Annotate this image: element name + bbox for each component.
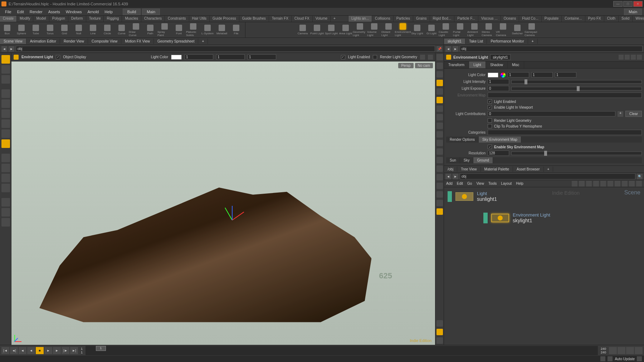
viewport[interactable]: Persp No cam 625 Indie Edition xyxy=(11,61,435,345)
color-picker-icon[interactable] xyxy=(501,73,506,78)
net-toolbar-icon[interactable] xyxy=(600,181,606,187)
resolution-field[interactable] xyxy=(488,150,509,156)
minimize-button[interactable]: — xyxy=(613,1,623,7)
tool-portallight[interactable]: Portal Light xyxy=(453,22,467,38)
network-tab-add[interactable]: + xyxy=(544,167,553,172)
tab-renderview[interactable]: Render View xyxy=(60,39,88,44)
net-nav-back[interactable]: ◄ xyxy=(445,174,451,179)
shelf-tab[interactable]: Rigid Bod... xyxy=(430,16,455,22)
tool-icon[interactable] xyxy=(1,154,10,162)
add-contrib-button[interactable]: + xyxy=(618,111,623,117)
tab-perfmon[interactable]: Performance Monitor xyxy=(487,39,528,44)
display-opt-icon[interactable] xyxy=(436,105,443,112)
tool-line[interactable]: Line xyxy=(86,22,100,38)
intensity-slider[interactable] xyxy=(511,80,642,84)
tool-curve[interactable]: Curve xyxy=(114,22,129,38)
menu-render[interactable]: Render xyxy=(27,10,45,14)
gear-icon[interactable] xyxy=(420,55,425,60)
network-tab-tree[interactable]: Tree View xyxy=(457,167,480,172)
display-opt-icon[interactable] xyxy=(436,140,443,146)
net-menu-view[interactable]: View xyxy=(476,182,484,185)
skytab-ground[interactable]: Ground xyxy=(473,157,493,163)
net-menu-add[interactable]: Add xyxy=(446,182,453,185)
param-color-swatch[interactable] xyxy=(488,73,498,78)
shelf-tab[interactable]: Model xyxy=(33,16,49,22)
network-tab-obj[interactable]: /obj xyxy=(444,167,457,172)
status-icon[interactable] xyxy=(608,356,613,361)
contrib-field[interactable] xyxy=(488,111,615,116)
resolution-slider[interactable] xyxy=(511,152,642,155)
net-toolbar-icon[interactable] xyxy=(636,181,642,187)
shelf-tab[interactable]: Solid xyxy=(619,16,633,22)
menu-edit[interactable]: Edit xyxy=(14,10,27,14)
tool-causticlight[interactable]: Caustic Light xyxy=(439,22,453,38)
display-opt-icon[interactable] xyxy=(436,114,443,120)
tool-icon[interactable] xyxy=(1,164,10,172)
subtab-render-options[interactable]: Render Options xyxy=(446,137,479,143)
shelf-tab[interactable]: Volume xyxy=(313,16,331,22)
search-icon[interactable] xyxy=(625,55,630,60)
tool-icon[interactable] xyxy=(1,174,10,182)
network-tab-assetbrowser[interactable]: Asset Browser xyxy=(513,167,543,172)
menu-arnold[interactable]: Arnold xyxy=(84,10,102,14)
skytab-sun[interactable]: Sun xyxy=(446,157,460,163)
transform-gizmo[interactable] xyxy=(232,220,232,220)
shelf-tab[interactable]: Collisions xyxy=(372,16,394,22)
net-toolbar-icon[interactable] xyxy=(629,181,635,187)
light-enabled-check[interactable]: ✓ xyxy=(488,99,492,104)
snap-icon[interactable] xyxy=(1,184,10,192)
display-opt-icon[interactable] xyxy=(436,165,443,172)
shelf-tab[interactable]: Guide Process xyxy=(210,16,239,22)
tool-platonic[interactable]: Platonic Solids xyxy=(186,22,200,38)
tool-icon[interactable] xyxy=(1,75,10,84)
param-r[interactable] xyxy=(508,72,529,78)
tool-circle[interactable]: Circle xyxy=(100,22,114,38)
node-skylight1[interactable]: Environment Light skylight1 xyxy=(483,212,550,223)
tool-metaball[interactable]: Metaball xyxy=(215,22,229,38)
tool-spotlight[interactable]: Spot Light xyxy=(324,22,338,38)
shelf-tab[interactable]: Cloud FX xyxy=(292,16,313,22)
node-sunlight1[interactable]: Light sunlight1 xyxy=(448,191,497,202)
shelf-tab[interactable]: Deform xyxy=(68,16,86,22)
display-opt-icon[interactable] xyxy=(436,157,443,163)
network-path[interactable] xyxy=(460,173,635,179)
select-tool-icon[interactable] xyxy=(1,55,10,64)
tool-camera[interactable]: Camera xyxy=(296,22,310,38)
tool-icon[interactable] xyxy=(1,129,10,138)
shelf-tab[interactable]: Fluid Co... xyxy=(519,16,542,22)
loop-icon[interactable] xyxy=(618,347,625,354)
help-icon[interactable] xyxy=(428,55,433,60)
realtime-icon[interactable] xyxy=(609,347,617,354)
shelf-tab[interactable]: Wires xyxy=(633,16,644,22)
tab-skylight1[interactable]: skylight1 xyxy=(444,39,465,44)
tab-animeditor[interactable]: Animation Editor xyxy=(26,39,60,44)
envmap-field[interactable] xyxy=(488,93,642,98)
timeline-cursor[interactable]: 1 xyxy=(96,346,106,351)
display-opt-icon[interactable] xyxy=(436,200,443,206)
tool-icon[interactable] xyxy=(1,65,10,74)
tool-distantlight[interactable]: Distant Light xyxy=(381,22,396,38)
step-fwd-button[interactable]: ► xyxy=(53,347,61,354)
net-toolbar-icon[interactable] xyxy=(572,181,577,187)
shelf-tab[interactable]: Oceans xyxy=(501,16,519,22)
param-tab-transform[interactable]: Transform xyxy=(444,61,469,68)
tab-motionfx[interactable]: Motion FX View xyxy=(121,39,154,44)
param-b[interactable] xyxy=(555,72,576,78)
tool-icon[interactable] xyxy=(1,208,10,217)
tool-icon[interactable] xyxy=(1,218,10,227)
cam-dropdown[interactable]: No cam xyxy=(415,63,433,68)
display-opt-icon[interactable] xyxy=(436,63,443,69)
chevron-down-icon[interactable] xyxy=(637,356,642,361)
tool-icon[interactable] xyxy=(1,198,10,207)
tool-icon[interactable] xyxy=(1,109,10,118)
desktop-build[interactable]: Build xyxy=(123,9,141,15)
shelf-tab[interactable]: Polygon xyxy=(49,16,68,22)
tool-gamepad[interactable]: Gamepad Camera xyxy=(525,22,539,38)
shelf-tab[interactable]: Cloth xyxy=(604,16,619,22)
tool-icon[interactable] xyxy=(1,139,10,148)
param-tab-light[interactable]: Light xyxy=(469,61,486,68)
color-r[interactable] xyxy=(185,54,213,60)
tool-box[interactable]: Box xyxy=(0,22,14,38)
desktop-main-right[interactable]: Main xyxy=(624,9,642,15)
net-menu-layout[interactable]: Layout xyxy=(501,182,512,185)
